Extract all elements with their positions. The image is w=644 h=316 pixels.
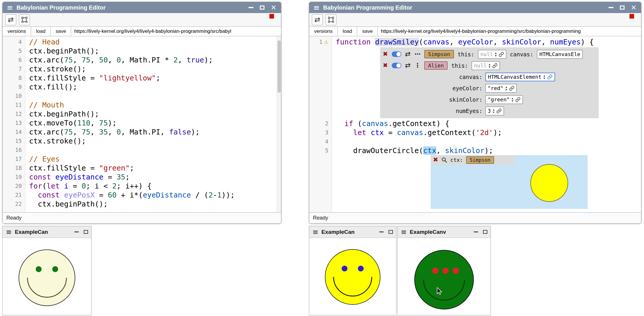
scrollbar-thumb[interactable] — [278, 40, 281, 93]
stepper-icon[interactable]: ▴▾ — [543, 74, 545, 80]
more-options-icon[interactable]: ⋮ — [414, 62, 421, 69]
minimize-button[interactable] — [248, 7, 253, 8]
line-number[interactable]: 5 — [3, 46, 25, 55]
code-editor[interactable]: 1⚠function drawSmiley(canvas, eyeColor, … — [309, 36, 641, 212]
remove-example-icon[interactable]: ✖ — [383, 62, 388, 69]
line-number[interactable]: 4 — [309, 137, 332, 146]
line-number[interactable]: 15 — [3, 137, 25, 146]
code-line[interactable]: 11// Mouth — [3, 100, 281, 109]
code-line[interactable]: 15ctx.stroke(); — [3, 137, 281, 146]
link-icon[interactable] — [547, 74, 552, 80]
titlebar[interactable]: ≡ ExampleCan — [309, 226, 396, 238]
code-editor[interactable]: 4// Head5ctx.beginPath();6ctx.arc(75, 75… — [3, 36, 281, 212]
code-line[interactable]: 5ctx.beginPath(); — [3, 46, 281, 55]
menu-icon[interactable]: ≡ — [6, 229, 12, 236]
url-field[interactable]: https://lively-kernel.org/lively4/lively… — [378, 27, 641, 36]
code-line[interactable]: 9ctx.fill(); — [3, 82, 281, 91]
code-line[interactable]: 1⚠function drawSmiley(canvas, eyeColor, … — [309, 37, 641, 46]
code-line[interactable]: 17// Eyes — [3, 155, 281, 164]
line-number[interactable]: 4 — [3, 37, 25, 46]
example-toggle[interactable] — [392, 63, 401, 68]
versions-button[interactable]: versions — [309, 27, 338, 36]
code-line[interactable]: 12ctx.beginPath(); — [3, 109, 281, 119]
code-line[interactable]: 4 — [309, 137, 641, 146]
titlebar[interactable]: ≡ Babylonian Programming Editor ✕ — [309, 2, 641, 13]
line-number[interactable]: 3 — [309, 128, 332, 137]
toggle-probes-button[interactable]: ⇄ — [312, 14, 323, 25]
line-number[interactable]: 20 — [3, 182, 25, 191]
titlebar[interactable]: ≡ ExampleCan — [3, 226, 91, 238]
maximize-button[interactable] — [483, 230, 487, 234]
menu-icon[interactable]: ≡ — [312, 229, 318, 236]
line-number[interactable]: 22 — [3, 200, 25, 209]
remove-probe-icon[interactable]: ✖ — [433, 157, 438, 163]
value-box-numeyes[interactable]: 3 ▴▾ — [485, 107, 504, 115]
value-box-canvas[interactable]: HTMLCanvasEle — [537, 50, 583, 59]
minimize-button[interactable] — [379, 231, 384, 232]
example-name-badge[interactable]: Alien — [424, 61, 448, 70]
frame-select-button[interactable] — [325, 14, 337, 25]
save-button[interactable]: save — [357, 27, 378, 36]
stepper-icon[interactable]: ▴▾ — [493, 108, 495, 114]
load-button[interactable]: load — [338, 27, 357, 36]
swap-arrows-icon[interactable]: ⇄ — [405, 51, 411, 58]
line-number[interactable]: 7 — [3, 64, 25, 73]
link-icon[interactable] — [492, 63, 498, 68]
maximize-button[interactable] — [620, 6, 625, 10]
value-box-this[interactable]: null ▴▾ — [472, 61, 500, 70]
toggle-probes-button[interactable]: ⇄ — [5, 14, 16, 25]
code-line[interactable]: 13ctx.moveTo(110, 75); — [3, 119, 281, 128]
stepper-icon[interactable]: ▴▾ — [505, 86, 507, 91]
maximize-button[interactable] — [260, 6, 264, 10]
swap-arrows-icon[interactable]: ⇄ — [405, 62, 411, 69]
close-button[interactable]: ✕ — [631, 4, 636, 11]
link-icon[interactable] — [496, 108, 502, 114]
menu-icon[interactable]: ≡ — [313, 4, 320, 11]
line-number[interactable]: 19 — [3, 173, 25, 182]
frame-select-button[interactable] — [19, 14, 30, 25]
code-line[interactable]: 3 let ctx = canvas.getContext('2d'); — [309, 128, 641, 137]
line-number[interactable]: 12 — [3, 109, 25, 119]
line-number[interactable]: 14 — [3, 128, 25, 137]
titlebar[interactable]: ≡ Babylonian Programming Editor ✕ — [3, 2, 281, 13]
maximize-button[interactable] — [389, 230, 393, 234]
link-icon[interactable] — [509, 86, 514, 91]
value-box-canvas-param[interactable]: HTMLCanvasElement ▴▾ — [485, 73, 555, 81]
vertical-scrollbar[interactable] — [277, 36, 281, 212]
line-number[interactable]: 21 — [3, 191, 25, 200]
line-number[interactable]: 5 — [309, 146, 332, 155]
line-number[interactable]: 13 — [3, 119, 25, 128]
line-number[interactable]: 10 — [3, 91, 25, 100]
code-line[interactable]: 18ctx.fillStyle = "green"; — [3, 164, 281, 173]
save-button[interactable]: save — [51, 27, 71, 36]
code-line[interactable]: 2 if (canvas.getContext) { — [309, 119, 641, 128]
example-toggle[interactable] — [392, 51, 401, 57]
link-icon[interactable] — [499, 52, 504, 57]
value-box-eyecolor[interactable]: "red" ▴▾ — [485, 84, 517, 93]
link-icon[interactable] — [515, 97, 520, 102]
code-line[interactable]: 10 — [3, 91, 281, 100]
load-button[interactable]: load — [31, 27, 51, 36]
code-line[interactable]: 19const eyeDistance = 35; — [3, 173, 281, 182]
code-line[interactable]: 20for(let i = 0; i < 2; i++) { — [3, 182, 281, 191]
value-box-skincolor[interactable]: "green" ▴▾ — [485, 95, 523, 104]
menu-icon[interactable]: ≡ — [401, 229, 407, 236]
code-line[interactable]: 5 drawOuterCircle(ctx, skinColor); — [309, 146, 641, 155]
line-number[interactable]: 11 — [3, 100, 25, 109]
remove-example-icon[interactable]: ✖ — [383, 51, 388, 57]
line-number[interactable]: 6 — [3, 55, 25, 64]
versions-button[interactable]: versions — [3, 27, 31, 36]
code-line[interactable]: 4// Head — [3, 37, 281, 46]
value-box-this[interactable]: null ▴▾ — [478, 50, 506, 59]
line-number[interactable]: 2 — [309, 119, 332, 128]
line-number[interactable]: 17 — [3, 155, 25, 164]
code-line[interactable]: 6ctx.arc(75, 75, 50, 0, Math.PI * 2, tru… — [3, 55, 281, 64]
code-line[interactable]: 16 — [3, 146, 281, 155]
magnifier-icon[interactable] — [441, 157, 447, 163]
stepper-icon[interactable]: ▴▾ — [489, 63, 491, 68]
code-line[interactable]: 21 const eyePosX = 60 + i*(eyeDistance /… — [3, 191, 281, 200]
url-field[interactable]: https://lively-kernel.org/lively4/lively… — [71, 27, 281, 36]
code-line[interactable]: 8ctx.fillStyle = "lightyellow"; — [3, 73, 281, 82]
code-line[interactable]: 22 ctx.beginPath(); — [3, 200, 281, 209]
code-line[interactable]: 7ctx.stroke(); — [3, 64, 281, 73]
